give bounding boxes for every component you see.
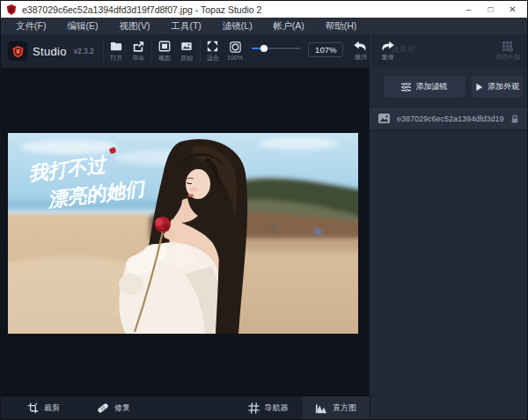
- bottom-bar: 裁剪 修复 导航器: [1, 395, 527, 419]
- menu-view[interactable]: 视图(V): [111, 18, 163, 34]
- folder-icon: [110, 41, 122, 52]
- fit-zoom-button[interactable]: 适合: [202, 41, 224, 63]
- menu-account[interactable]: 帐户(A): [266, 18, 318, 34]
- fit-arrows-icon: [207, 41, 218, 52]
- single-view-icon: [158, 41, 171, 52]
- original-button[interactable]: 原始: [176, 41, 198, 63]
- menu-bar: 文件(F) 编辑(E) 视图(V) 工具(T) 滤镜(L) 帐户(A) 帮助(H…: [1, 18, 527, 34]
- navigator-button[interactable]: 导航器: [248, 402, 289, 414]
- menu-file[interactable]: 文件(F): [8, 18, 59, 34]
- toolbar-separator: [151, 40, 152, 63]
- export-button[interactable]: 导出: [128, 41, 150, 63]
- circle-zoom-icon: [230, 41, 241, 53]
- toolbar-separator: [200, 40, 201, 63]
- topaz-logo-icon: [8, 41, 27, 61]
- histogram-icon: [315, 402, 327, 414]
- zoom-slider[interactable]: [252, 42, 302, 55]
- base-image-layer-row[interactable]: e387029c6ec52a1394dfd3d19f7d8…: [370, 107, 527, 130]
- open-button[interactable]: 打开: [106, 41, 128, 63]
- toolbar: Studio v2.3.2 打开 导出: [1, 34, 527, 68]
- brand-version: v2.3.2: [74, 47, 94, 55]
- grid-plus-icon: [502, 41, 514, 52]
- heal-button[interactable]: 修复: [97, 402, 130, 414]
- original-image-icon: [180, 41, 193, 52]
- app-window: e387029c6ec52a1394dfd3d19f7d8f07.jpg - T…: [0, 0, 528, 420]
- menu-filters[interactable]: 滤镜(L): [215, 18, 266, 34]
- image-canvas[interactable]: 我打不过 漂亮的她们: [1, 68, 369, 395]
- panel-header: 效果层 重做 保存外观: [370, 34, 527, 68]
- app-shield-icon: [6, 4, 17, 15]
- look-play-icon: [475, 83, 483, 92]
- export-icon: [132, 41, 144, 52]
- lock-icon: [510, 114, 519, 124]
- maximize-button[interactable]: □: [480, 2, 502, 18]
- crop-button[interactable]: 裁剪: [27, 402, 60, 414]
- redo-arrow-icon: [380, 41, 395, 52]
- bandage-icon: [97, 402, 109, 414]
- layer-name: e387029c6ec52a1394dfd3d19f7d8…: [397, 114, 504, 123]
- panel-empty-area: [370, 130, 527, 395]
- right-panel: 添加滤镜 添加外观 e387029c6ec52a1394dfd3d19f7d8…: [369, 68, 527, 395]
- sliders-icon: [401, 83, 411, 92]
- save-look-button[interactable]: 保存外观: [495, 41, 527, 62]
- zoom-100-button[interactable]: 100%: [224, 41, 246, 61]
- title-bar: e387029c6ec52a1394dfd3d19f7d8f07.jpg - T…: [1, 1, 527, 18]
- effects-layer-label: 效果层: [392, 44, 415, 55]
- red-rose: [155, 217, 171, 232]
- panel-footer: [370, 395, 527, 419]
- add-look-button[interactable]: 添加外观: [472, 76, 523, 98]
- brand-name: Studio: [33, 45, 67, 58]
- navigator-grid-icon: [248, 402, 260, 414]
- undo-arrow-icon: [353, 41, 368, 52]
- toolbar-separator: [103, 40, 104, 63]
- brand: Studio v2.3.2: [1, 41, 101, 61]
- undo-button[interactable]: 撤消: [350, 41, 370, 62]
- minimize-button[interactable]: –: [458, 2, 480, 18]
- window-title: e387029c6ec52a1394dfd3d19f7d8f07.jpg - T…: [22, 4, 261, 15]
- menu-help[interactable]: 帮助(H): [318, 18, 370, 34]
- add-filter-button[interactable]: 添加滤镜: [384, 76, 466, 98]
- redo-button[interactable]: 重做: [380, 41, 395, 62]
- close-button[interactable]: ✕: [502, 2, 524, 18]
- menu-edit[interactable]: 编辑(E): [59, 18, 111, 34]
- zoom-value[interactable]: 107%: [308, 42, 343, 57]
- menu-tools[interactable]: 工具(T): [163, 18, 214, 34]
- photo-image[interactable]: 我打不过 漂亮的她们: [8, 133, 358, 334]
- zoom-slider-handle[interactable]: [260, 45, 268, 52]
- crop-icon: [27, 402, 39, 414]
- histogram-button[interactable]: 直方图: [303, 396, 370, 419]
- layer-thumbnail-icon: [378, 113, 391, 124]
- view-button[interactable]: 视图: [154, 41, 176, 63]
